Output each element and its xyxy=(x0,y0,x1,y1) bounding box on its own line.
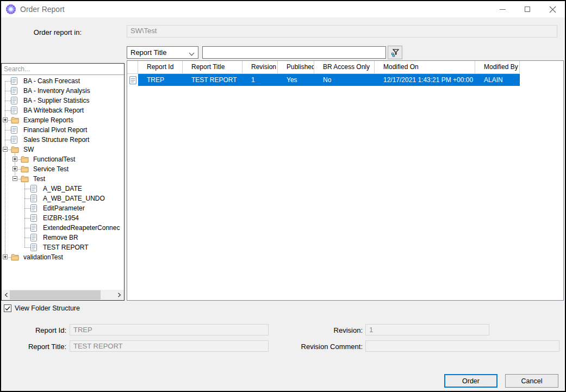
tree-item-label: Example Reports xyxy=(23,116,73,124)
collapse-icon[interactable] xyxy=(13,176,17,181)
tree-item-example-reports[interactable]: Example Reports xyxy=(2,115,124,125)
tree-connector-line xyxy=(24,198,30,199)
tree-item-financial-pivot-report[interactable]: Financial Pivot Report xyxy=(2,125,124,135)
tree-item-label: BA - Supplier Statistics xyxy=(23,97,89,104)
tree-item-label: EditParameter xyxy=(43,204,85,212)
tree-item-ba-cash-forecast[interactable]: BA - Cash Forecast xyxy=(2,76,124,86)
grid-column-header-report-title[interactable]: Report Title xyxy=(183,61,242,74)
cancel-button[interactable]: Cancel xyxy=(505,374,558,388)
order-button[interactable]: Order xyxy=(444,374,497,388)
report-document-icon xyxy=(30,195,37,202)
tree-item-remove-br[interactable]: Remove BR xyxy=(2,233,124,242)
search-column-select[interactable]: Report Title xyxy=(127,46,198,59)
tree-item-label: FunctionalTest xyxy=(33,155,75,163)
tree-item-test-report[interactable]: TEST REPORT xyxy=(2,242,124,252)
tree-connector-line xyxy=(5,101,11,101)
grid-column-header-report-id[interactable]: Report Id xyxy=(138,61,183,74)
tree-item-functionaltest[interactable]: FunctionalTest xyxy=(2,154,124,164)
tree-connector-line xyxy=(24,238,30,238)
maximize-icon xyxy=(525,7,530,12)
report-document-icon xyxy=(11,87,17,95)
report-grid-panel: Report IdReport TitleRevisionPublishedBR… xyxy=(127,60,564,301)
app-pinwheel-icon xyxy=(5,4,16,15)
tree-item-label: SW xyxy=(23,146,34,153)
tree-item-a-wb-date[interactable]: A_WB_DATE xyxy=(2,184,124,194)
report-document-icon xyxy=(11,107,17,114)
tree-connector-line xyxy=(24,247,30,248)
expand-icon[interactable] xyxy=(3,117,8,122)
chevron-left-icon xyxy=(4,293,8,297)
grid-cell-report-id: TREP xyxy=(138,74,183,86)
grid-header-row-selector xyxy=(127,61,138,74)
tree-connector-line xyxy=(24,228,30,228)
grid-column-header-revision[interactable]: Revision xyxy=(242,61,278,74)
folder-icon xyxy=(21,156,29,163)
grid-cell-modified-on: 12/17/2021 1:43:21 PM +00:00 xyxy=(375,74,475,86)
grid-row-trep[interactable]: TREPTEST REPORT1YesNo12/17/2021 1:43:21 … xyxy=(127,74,520,86)
expand-icon[interactable] xyxy=(13,166,17,171)
grid-column-header-published[interactable]: Published xyxy=(278,61,314,74)
tree-connector-line xyxy=(24,218,30,219)
tree-item-label: TEST REPORT xyxy=(43,244,89,251)
tree-item-label: Sales Structure Report xyxy=(23,136,89,144)
close-button[interactable] xyxy=(540,1,565,17)
close-icon xyxy=(549,6,556,13)
tree-item-sales-structure-report[interactable]: Sales Structure Report xyxy=(2,135,124,145)
revision-comment-field xyxy=(365,340,559,352)
folder-icon xyxy=(11,117,19,124)
tree-item-editparameter[interactable]: EditParameter xyxy=(2,203,124,213)
folder-icon xyxy=(21,176,29,183)
tree-item-service-test[interactable]: Service Test xyxy=(2,164,124,174)
report-document-icon xyxy=(30,214,37,222)
tree-horizontal-scrollbar[interactable] xyxy=(2,290,124,300)
order-report-dialog: Order Report Order report in: SW\Test Re… xyxy=(0,0,566,392)
folder-icon xyxy=(11,146,19,153)
minimize-button[interactable] xyxy=(490,1,515,17)
tree-item-test[interactable]: Test xyxy=(2,174,124,184)
tree-item-eizbr-1954[interactable]: EIZBR-1954 xyxy=(2,213,124,223)
grid-cell-br-access-only: No xyxy=(314,74,375,86)
maximize-button[interactable] xyxy=(515,1,540,17)
view-folder-structure-checkbox[interactable] xyxy=(4,304,11,312)
report-document-icon xyxy=(30,234,37,241)
grid-cell-report-title: TEST REPORT xyxy=(183,74,242,86)
tree-connector-line xyxy=(5,110,11,111)
revision-comment-label: Revision Comment: xyxy=(219,343,363,351)
tree-connector-line xyxy=(24,208,30,209)
row-header-cell xyxy=(127,74,138,86)
grid-column-header-modified-on[interactable]: Modified On xyxy=(375,61,475,74)
grid-cell-published: Yes xyxy=(278,74,314,86)
report-document-icon xyxy=(30,244,37,251)
view-folder-structure-option[interactable]: View Folder Structure xyxy=(4,304,80,312)
report-title-label: Report Title: xyxy=(1,343,66,351)
grid-filter-input[interactable] xyxy=(202,46,386,59)
tree-connector-line xyxy=(5,81,11,82)
revision-label: Revision: xyxy=(219,326,363,334)
report-document-icon xyxy=(11,136,17,144)
view-folder-structure-label: View Folder Structure xyxy=(15,304,80,312)
tree-connector-line xyxy=(24,189,30,189)
tree-item-ba-writeback-report[interactable]: BA Writeback Report xyxy=(2,105,124,115)
report-document-icon xyxy=(30,204,37,212)
search-column-selected-value: Report Title xyxy=(130,48,166,57)
order-report-in-label: Order report in: xyxy=(1,28,82,36)
tree-item-sw[interactable]: SW xyxy=(2,145,124,154)
tree-item-ba-inventory-analysis[interactable]: BA - Inventory Analysis xyxy=(2,86,124,96)
tree-item-a-wb-date-undo[interactable]: A_WB_DATE_UNDO xyxy=(2,194,124,203)
folder-tree: BA - Cash Forecast BA - Inventory Analys… xyxy=(2,64,124,290)
grid-column-header-br-access-only[interactable]: BR Access Only xyxy=(314,61,375,74)
grid-column-header-modified-by[interactable]: Modified By xyxy=(475,61,520,74)
grid-cell-modified-by: ALAIN xyxy=(475,74,520,86)
filter-button[interactable] xyxy=(388,46,402,59)
collapse-icon[interactable] xyxy=(3,147,8,152)
tree-item-label: Service Test xyxy=(33,165,69,173)
tree-item-ba-supplier-statistics[interactable]: BA - Supplier Statistics xyxy=(2,96,124,105)
tree-item-label: BA - Inventory Analysis xyxy=(23,87,90,95)
scrollbar-thumb[interactable] xyxy=(10,290,101,300)
expand-icon[interactable] xyxy=(3,254,8,259)
order-report-in-field: SW\Test xyxy=(127,25,557,38)
tree-item-extendedreapeterconnec[interactable]: ExtendedReapeterConnec xyxy=(2,223,124,233)
scroll-right-button[interactable] xyxy=(115,290,124,300)
expand-icon[interactable] xyxy=(13,157,17,161)
tree-item-validationtest[interactable]: validationTest xyxy=(2,252,124,262)
